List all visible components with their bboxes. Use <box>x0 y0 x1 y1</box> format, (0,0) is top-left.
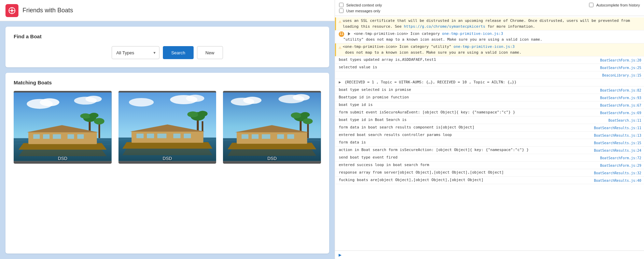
source-boat-search-11[interactable]: BoatSearch.js:11 <box>608 117 641 123</box>
console-line-form-submit: form submit event isSecureAuraEvent: [ob… <box>335 109 644 117</box>
search-card: Find a Boat All Types ASDD AFAEF test1 ▼… <box>5 27 329 67</box>
boat-card-3[interactable]: DSD <box>223 91 321 164</box>
msg-response-array: response array from server[object Object… <box>339 170 591 176</box>
selected-context-only-label: Selected context only <box>346 3 382 7</box>
user-messages-only-checkbox[interactable] <box>339 9 344 13</box>
devtools-bottom-bar: ► <box>335 250 644 259</box>
source-boat-search-results-15[interactable]: BoatSearchResults.js:15 <box>594 140 641 146</box>
app-header: Friends with Boats <box>0 0 335 21</box>
console-message-badge: 11 <one-tmp-primitive-icon> Icon categor… <box>339 31 641 42</box>
ssl-link[interactable]: https://g.co/chrome/symantecpkicerts <box>404 24 485 29</box>
console-line-badge: 11 <one-tmp-primitive-icon> Icon categor… <box>335 30 644 43</box>
msg-boat-type-id: boat type id is <box>339 102 598 108</box>
source-boat-search-results-40[interactable]: BoatSearchResults.js:40 <box>594 177 641 183</box>
source-boat-search-form-29[interactable]: BoatSearchForm.js:29 <box>600 162 641 168</box>
svg-rect-18 <box>68 134 74 139</box>
svg-rect-16 <box>43 134 50 139</box>
warn-icon-2: ⚠ <box>339 44 341 55</box>
type-select-wrapper[interactable]: All Types ASDD AFAEF test1 ▼ <box>112 46 159 59</box>
console-message-warn-icon: <one-tmp-primitive-icon> Icon category "… <box>343 44 641 55</box>
source-boat-search-results-24[interactable]: BoatSearchResults.js:24 <box>594 147 641 153</box>
boat-image-3 <box>223 91 321 163</box>
svg-point-23 <box>186 95 204 102</box>
source-boat-search-results-13[interactable]: BoatSearchResults.js:13 <box>594 132 641 138</box>
console-line-success-loop: entered success loop in boat search form… <box>335 162 644 169</box>
console-line-form-data-is: form data is BoatSearchResults.js:15 <box>335 139 644 147</box>
checkbox-row-1: Selected context only Autocomplete from … <box>339 3 640 7</box>
console-line-controller-params: entered boat search results controller p… <box>335 132 644 139</box>
svg-rect-32 <box>147 134 154 138</box>
autocomplete-from-history-label: Autocomplete from history <box>596 3 640 7</box>
icon-source-link-1[interactable]: one-tmp-primitive-icon.js:3 <box>442 31 503 36</box>
console-message-ssl: uses an SSL certificate that will be dis… <box>343 18 641 29</box>
new-button[interactable]: New <box>197 46 223 59</box>
devtools-console[interactable]: ⚠ uses an SSL certificate that will be d… <box>335 16 644 250</box>
svg-rect-35 <box>184 134 191 138</box>
msg-fucking-boats: fucking boats are[object Object],[object… <box>339 177 591 183</box>
svg-point-1 <box>11 10 13 12</box>
msg-boattype-id: Boattype id in promise function <box>339 95 598 100</box>
console-line-response-array: response array from server[object Object… <box>335 169 644 177</box>
checkbox-row-2: User messages only <box>339 9 640 13</box>
console-expand-arrow[interactable]: ► <box>338 252 342 258</box>
source-boat-search-form-72[interactable]: BoatSearchForm.js:72 <box>600 155 641 161</box>
console-line-form-data: form data in boat search results compone… <box>335 124 644 132</box>
boat-card-1[interactable]: DSD <box>14 91 112 164</box>
svg-rect-53 <box>288 134 294 139</box>
console-line-boat-type-id: boat type id is BoatSearchForm.js:67 <box>335 101 644 109</box>
msg-action-boat-search: action in Boat search form isSecureActio… <box>339 147 591 153</box>
msg-form-data: form data in boat search results compone… <box>339 125 591 131</box>
console-line-boat-types: boat types updated array is,ASDDAFAEF,te… <box>335 56 644 64</box>
app-title: Friends with Boats <box>23 7 73 14</box>
source-boat-search-form-82[interactable]: BoatSearchForm.js:82 <box>600 87 641 93</box>
source-boat-search-results-32[interactable]: BoatSearchResults.js:32 <box>594 170 641 176</box>
svg-rect-51 <box>262 134 270 139</box>
console-line-action-boat-search: action in Boat search form isSecureActio… <box>335 147 644 154</box>
console-line-received: ▶ {RECEIVED = 1 , Topic = UITRK-AUMS: {…… <box>335 79 644 86</box>
source-beacon-library-15[interactable]: BeaconLibrary.js:15 <box>602 72 641 78</box>
autocomplete-from-history-checkbox[interactable] <box>589 3 593 7</box>
svg-rect-49 <box>242 134 249 139</box>
search-controls: All Types ASDD AFAEF test1 ▼ Search New <box>14 46 321 59</box>
svg-rect-52 <box>277 134 284 139</box>
source-boat-search-form-69[interactable]: BoatSearchForm.js:69 <box>600 110 641 115</box>
boat-label-1: DSD <box>58 156 67 161</box>
msg-boat-type-selected: boat type selected is in promise <box>339 87 598 93</box>
source-boat-search-form-25[interactable]: BoatSearchForm.js:25 <box>600 65 641 70</box>
svg-rect-50 <box>252 134 258 139</box>
warn-icon: ⚠ <box>339 18 341 29</box>
expand-arrow-received: ▶ <box>339 80 341 84</box>
selected-context-only-checkbox[interactable] <box>339 3 344 7</box>
search-button[interactable]: Search <box>163 46 193 59</box>
badge-11: 11 <box>339 31 344 37</box>
source-boat-search-results-11[interactable]: BoatSearchResults.js:11 <box>594 125 641 131</box>
type-select[interactable]: All Types ASDD AFAEF test1 <box>112 46 159 59</box>
app-icon <box>5 4 18 17</box>
source-boat-search-form-67[interactable]: BoatSearchForm.js:67 <box>600 102 641 108</box>
svg-point-6 <box>85 96 102 102</box>
icon-source-link-2[interactable]: one-tmp-primitive-icon.js:3 <box>453 44 515 49</box>
svg-rect-17 <box>53 134 61 139</box>
console-line-selected-value: selected value is BoatSearchForm.js:25 <box>335 64 644 71</box>
msg-form-submit: form submit event isSecureAuraEvent: [ob… <box>339 110 598 115</box>
svg-point-46 <box>303 118 313 124</box>
svg-rect-19 <box>77 134 84 139</box>
console-line-boat-type-id-search: boat type id in Boat Search is BoatSearc… <box>335 117 644 124</box>
svg-point-38 <box>243 97 262 104</box>
source-boat-search-form-20[interactable]: BoatSearchForm.js:20 <box>600 57 641 63</box>
svg-point-10 <box>89 113 99 118</box>
console-line-warn-icon-line: ⚠ <one-tmp-primitive-icon> Icon category… <box>335 43 644 56</box>
msg-boat-type-id-search: boat type id in Boat Search is <box>339 117 606 123</box>
console-line-beacon: BeaconLibrary.js:15 <box>335 71 644 79</box>
msg-success-loop: entered success loop in boat search form <box>339 162 598 168</box>
console-line-boat-type-selected: boat type selected is in promise BoatSea… <box>335 86 644 94</box>
results-card: Matching Boats <box>5 73 329 254</box>
console-line-fucking-boats: fucking boats are[object Object],[object… <box>335 177 644 184</box>
svg-rect-45 <box>307 122 309 138</box>
boat-image-1 <box>14 91 112 163</box>
boat-label-2: DSD <box>163 156 172 161</box>
source-boat-search-form-93[interactable]: BoatSearchForm.js:93 <box>600 95 641 100</box>
boat-card-2[interactable]: DSD <box>118 91 216 164</box>
msg-received: ▶ {RECEIVED = 1 , Topic = UITRK-AUMS: {…… <box>339 80 641 85</box>
msg-form-data-is: form data is <box>339 140 591 146</box>
